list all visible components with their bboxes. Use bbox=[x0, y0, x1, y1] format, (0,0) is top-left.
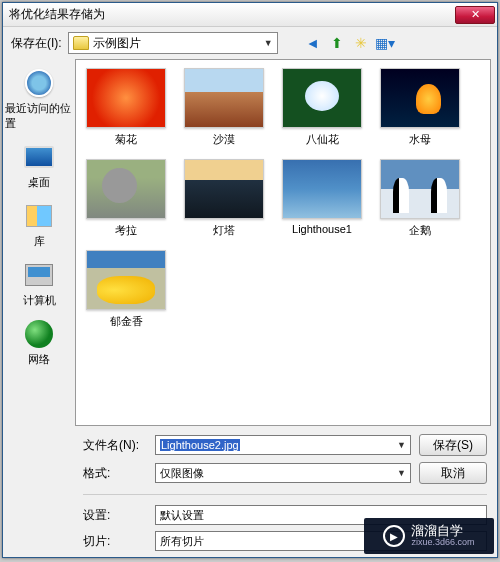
places-item[interactable]: 桌面 bbox=[21, 139, 57, 192]
thumbnail-image bbox=[184, 68, 264, 128]
thumbnail-image bbox=[282, 68, 362, 128]
save-dialog: 将优化结果存储为 ✕ 保存在(I): 示例图片 ▼ ◄ ⬆ ✳ ▦▾ 最近访问的… bbox=[2, 2, 498, 558]
desktop-icon bbox=[24, 146, 54, 168]
places-item-label: 网络 bbox=[28, 352, 50, 367]
folder-icon bbox=[73, 36, 89, 50]
thumbnail-label: 水母 bbox=[409, 132, 431, 147]
recent-icon bbox=[25, 69, 53, 97]
view-menu-icon[interactable]: ▦▾ bbox=[376, 34, 394, 52]
chevron-down-icon: ▼ bbox=[397, 440, 406, 450]
lib-icon bbox=[26, 205, 52, 227]
save-button[interactable]: 保存(S) bbox=[419, 434, 487, 456]
thumbnail-image bbox=[86, 159, 166, 219]
places-item[interactable]: 最近访问的位置 bbox=[3, 65, 75, 133]
places-item-label: 最近访问的位置 bbox=[5, 101, 73, 131]
up-one-level-icon[interactable]: ⬆ bbox=[328, 34, 346, 52]
close-button[interactable]: ✕ bbox=[455, 6, 495, 24]
cancel-button[interactable]: 取消 bbox=[419, 462, 487, 484]
dialog-body: 最近访问的位置桌面库计算机网络 菊花沙漠八仙花水母考拉灯塔Lighthouse1… bbox=[3, 59, 497, 426]
file-list[interactable]: 菊花沙漠八仙花水母考拉灯塔Lighthouse1企鹅郁金香 bbox=[75, 59, 491, 426]
places-item[interactable]: 网络 bbox=[21, 316, 57, 369]
folder-combo[interactable]: 示例图片 ▼ bbox=[68, 32, 278, 54]
play-icon: ▶ bbox=[383, 525, 405, 547]
thumbnail-image bbox=[86, 250, 166, 310]
thumbnail-image bbox=[282, 159, 362, 219]
places-item-label: 库 bbox=[34, 234, 45, 249]
new-folder-icon[interactable]: ✳ bbox=[352, 34, 370, 52]
thumbnail-label: 八仙花 bbox=[306, 132, 339, 147]
separator bbox=[83, 494, 487, 495]
settings-label: 设置: bbox=[83, 507, 147, 524]
file-thumb[interactable]: Lighthouse1 bbox=[280, 159, 364, 238]
thumbnail-label: 考拉 bbox=[115, 223, 137, 238]
file-thumb[interactable]: 八仙花 bbox=[280, 68, 364, 147]
format-label: 格式: bbox=[83, 465, 147, 482]
file-thumb[interactable]: 郁金香 bbox=[84, 250, 168, 329]
filename-input[interactable]: Lighthouse2.jpg ▼ bbox=[155, 435, 411, 455]
thumbnail-label: 沙漠 bbox=[213, 132, 235, 147]
thumbnail-label: Lighthouse1 bbox=[292, 223, 352, 235]
file-thumb[interactable]: 企鹅 bbox=[378, 159, 462, 238]
chevron-down-icon: ▼ bbox=[397, 468, 406, 478]
watermark-url: zixue.3d66.com bbox=[411, 538, 474, 548]
chevron-down-icon: ▼ bbox=[264, 38, 273, 48]
thumbnail-label: 灯塔 bbox=[213, 223, 235, 238]
file-thumb[interactable]: 沙漠 bbox=[182, 68, 266, 147]
thumbnail-image bbox=[380, 159, 460, 219]
thumbnail-image bbox=[380, 68, 460, 128]
slice-label: 切片: bbox=[83, 533, 147, 550]
format-combo[interactable]: 仅限图像 ▼ bbox=[155, 463, 411, 483]
filename-label: 文件名(N): bbox=[83, 437, 147, 454]
net-icon bbox=[25, 320, 53, 348]
file-thumb[interactable]: 菊花 bbox=[84, 68, 168, 147]
comp-icon bbox=[25, 264, 53, 286]
window-title: 将优化结果存储为 bbox=[9, 6, 455, 23]
back-icon[interactable]: ◄ bbox=[304, 34, 322, 52]
save-in-label: 保存在(I): bbox=[11, 35, 62, 52]
nav-icons: ◄ ⬆ ✳ ▦▾ bbox=[304, 34, 394, 52]
file-thumb[interactable]: 考拉 bbox=[84, 159, 168, 238]
thumbnail-label: 企鹅 bbox=[409, 223, 431, 238]
places-item[interactable]: 计算机 bbox=[21, 257, 58, 310]
file-thumb[interactable]: 灯塔 bbox=[182, 159, 266, 238]
file-thumb[interactable]: 水母 bbox=[378, 68, 462, 147]
thumbnail-label: 菊花 bbox=[115, 132, 137, 147]
thumbnail-label: 郁金香 bbox=[110, 314, 143, 329]
titlebar: 将优化结果存储为 ✕ bbox=[3, 3, 497, 27]
thumbnail-image bbox=[86, 68, 166, 128]
places-bar: 最近访问的位置桌面库计算机网络 bbox=[3, 59, 75, 426]
watermark: ▶ 溜溜自学 zixue.3d66.com bbox=[364, 518, 494, 554]
places-item-label: 计算机 bbox=[23, 293, 56, 308]
location-bar: 保存在(I): 示例图片 ▼ ◄ ⬆ ✳ ▦▾ bbox=[3, 27, 497, 59]
places-item-label: 桌面 bbox=[28, 175, 50, 190]
places-item[interactable]: 库 bbox=[21, 198, 57, 251]
folder-name: 示例图片 bbox=[93, 35, 141, 52]
thumbnail-image bbox=[184, 159, 264, 219]
watermark-name: 溜溜自学 bbox=[411, 524, 474, 538]
